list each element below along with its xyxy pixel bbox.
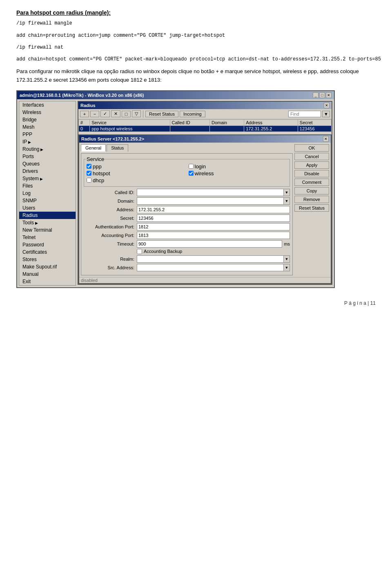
src-address-dropdown[interactable]: ▼ (283, 264, 290, 271)
disable-btn[interactable]: Disable (294, 170, 329, 177)
para1: Para configurar no mikrotik clique na op… (16, 67, 376, 85)
address-row: Address: (84, 206, 290, 213)
service-dhcp-item: dhcp (87, 177, 185, 183)
sidebar-item-radius[interactable]: Radius (19, 212, 76, 219)
domain-label: Domain: (84, 199, 137, 203)
src-address-row: Src. Address: ▼ (84, 264, 290, 271)
find-dropdown[interactable]: ▼ (322, 111, 330, 117)
realm-row: Realm: ▼ (84, 255, 290, 263)
sidebar-item-make-supout[interactable]: Make Supout.rif (19, 263, 76, 270)
sidebar-item-interfaces[interactable]: Interfaces (19, 101, 76, 109)
service-dhcp-label: dhcp (93, 177, 104, 183)
sidebar-item-ppp[interactable]: PPP (19, 131, 76, 138)
sidebar-item-telnet[interactable]: Telnet (19, 234, 76, 241)
sidebar-item-users[interactable]: Users (19, 204, 76, 212)
comment-btn[interactable]: Comment (294, 179, 329, 186)
src-address-input[interactable] (137, 264, 283, 271)
sidebar-item-stores[interactable]: Stores (19, 256, 76, 263)
service-hotspot-item: hotspot (87, 170, 185, 177)
service-hotspot-checkbox[interactable] (87, 171, 91, 176)
accounting-backup-checkbox[interactable] (137, 249, 142, 254)
sidebar-item-log[interactable]: Log (19, 190, 76, 197)
apply-btn[interactable]: Apply (294, 161, 329, 169)
domain-dropdown[interactable]: ▼ (283, 197, 290, 205)
cell-secret: 123456 (298, 125, 331, 132)
domain-row: Domain: ▼ (84, 197, 290, 205)
sidebar: Interfaces Wireless Bridge Mesh PPP IP R… (19, 101, 76, 286)
cell-address: 172.31.255.2 (244, 125, 298, 132)
realm-input-wrapper: ▼ (137, 255, 290, 263)
sidebar-item-ports[interactable]: Ports (19, 153, 76, 160)
cell-num: 0 (79, 125, 90, 132)
ok-btn[interactable]: OK (294, 144, 329, 152)
add-btn[interactable]: + (80, 111, 89, 117)
remove-btn[interactable]: − (90, 111, 99, 117)
sidebar-item-mesh[interactable]: Mesh (19, 123, 76, 131)
radius-list-close-btn[interactable]: ✕ (324, 103, 330, 108)
service-login-checkbox[interactable] (189, 164, 194, 169)
tab-status[interactable]: Status (107, 144, 128, 152)
winbox-maximize-btn[interactable]: □ (319, 92, 325, 98)
sidebar-item-drivers[interactable]: Drivers (19, 168, 76, 175)
service-ppp-checkbox[interactable] (87, 164, 91, 169)
filter-btn[interactable]: ▽ (132, 110, 141, 117)
incoming-btn[interactable]: Incoming (180, 111, 205, 117)
auth-port-input[interactable] (137, 223, 290, 230)
remove-btn[interactable]: Remove (294, 196, 329, 203)
sidebar-item-ip[interactable]: IP (19, 138, 76, 145)
dialog-close-btn[interactable]: ✕ (323, 136, 329, 142)
called-id-label: Called ID: (84, 190, 137, 195)
copy-icon-btn[interactable]: □ (122, 111, 131, 117)
sidebar-item-password[interactable]: Password (19, 241, 76, 248)
sidebar-item-tools[interactable]: Tools (19, 219, 76, 226)
winbox-minimize-btn[interactable]: _ (313, 92, 318, 98)
doc-heading: Para hotspot com radius (mangle): (16, 8, 376, 17)
sidebar-item-queues[interactable]: Queues (19, 160, 76, 168)
check-btn[interactable]: ✓ (100, 110, 110, 117)
realm-dropdown[interactable]: ▼ (283, 255, 290, 263)
sidebar-item-wireless[interactable]: Wireless (19, 109, 76, 116)
auth-port-label: Authentication Port: (84, 224, 137, 229)
called-id-input[interactable] (137, 189, 283, 196)
winbox-close-btn[interactable]: ✕ (326, 92, 332, 98)
tab-general[interactable]: General (81, 144, 106, 152)
service-dhcp-checkbox[interactable] (87, 178, 91, 183)
service-legend: Service (87, 156, 104, 162)
domain-input[interactable] (137, 197, 283, 205)
sidebar-item-system[interactable]: System (19, 175, 76, 182)
service-ppp-item: ppp (87, 163, 185, 170)
sidebar-item-new-terminal[interactable]: New Terminal (19, 226, 76, 234)
table-row[interactable]: 0 ppp hotspot wireless 172.31.255.2 1234… (79, 125, 332, 132)
address-input[interactable] (137, 206, 290, 213)
secret-input[interactable] (137, 215, 290, 222)
section2-code-title: /ip firewall nat (16, 44, 376, 51)
acct-port-input[interactable] (137, 232, 290, 239)
sidebar-item-exit[interactable]: Exit (19, 278, 76, 285)
called-id-row: Called ID: ▼ (84, 189, 290, 196)
cross-btn[interactable]: ✕ (111, 110, 120, 117)
realm-input[interactable] (137, 255, 283, 263)
reset-status-dialog-btn[interactable]: Reset Status (294, 204, 329, 212)
sidebar-item-certificates[interactable]: Certificates (19, 248, 76, 256)
cell-domain (209, 125, 244, 132)
acct-port-label: Accounting Port: (84, 233, 137, 238)
sidebar-item-routing[interactable]: Routing (19, 145, 76, 153)
reset-status-btn[interactable]: Reset Status (145, 111, 178, 117)
col-num: # (79, 119, 90, 125)
dialog-right-buttons: OK Cancel Apply Disable Comment Copy Rem… (294, 144, 329, 275)
col-called-id: Called ID (170, 119, 209, 125)
find-input[interactable] (288, 111, 321, 117)
sidebar-item-files[interactable]: Files (19, 182, 76, 190)
radius-list-title: Radius (80, 103, 96, 108)
dialog-status-bar: disabled (79, 277, 331, 283)
sidebar-item-snmp[interactable]: SNMP (19, 197, 76, 204)
winbox-body: Interfaces Wireless Bridge Mesh PPP IP R… (17, 99, 334, 287)
sidebar-item-bridge[interactable]: Bridge (19, 116, 76, 123)
cancel-btn[interactable]: Cancel (294, 153, 329, 160)
service-wireless-checkbox[interactable] (189, 171, 194, 176)
sidebar-item-manual[interactable]: Manual (19, 270, 76, 278)
radius-list-titlebar: Radius ✕ (78, 102, 332, 109)
copy-btn[interactable]: Copy (294, 187, 329, 194)
called-id-dropdown[interactable]: ▼ (283, 189, 290, 196)
timeout-input[interactable] (137, 240, 282, 248)
